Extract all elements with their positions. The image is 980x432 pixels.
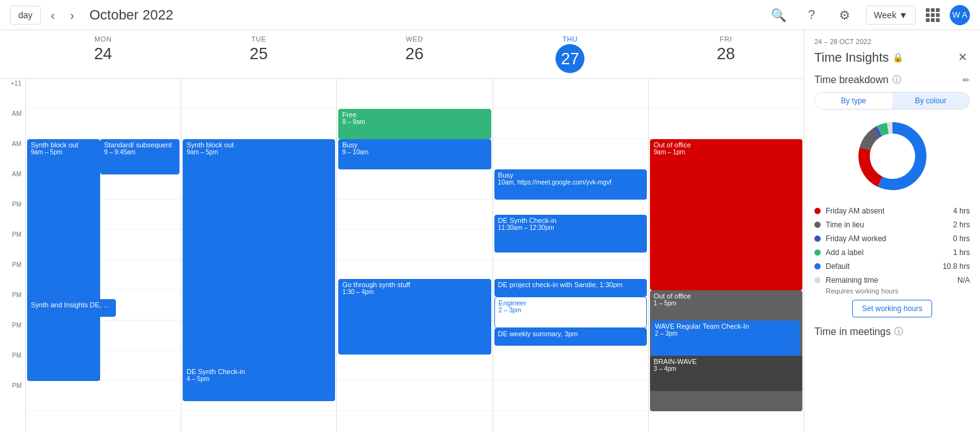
event-thu-synth-checkin[interactable]: DE Synth Check-in 11:30am – 12:30pm xyxy=(494,215,647,253)
time-column: +11 AM AM AM PM PM PM PM PM PM PM xyxy=(0,79,25,432)
event-thu-engineer[interactable]: Engineer 2 – 3pm xyxy=(494,297,647,328)
settings-button[interactable]: ⚙ xyxy=(833,4,856,26)
help-button[interactable]: ? xyxy=(801,4,823,26)
event-fri-brainwave[interactable]: BRAIN-WAVE 3 – 4pm xyxy=(650,356,802,391)
event-tue-synth[interactable]: Synth block out 9am – 5pm xyxy=(183,139,335,381)
event-tue-synth-checkin[interactable]: DE Synth Check-in 4 – 5pm xyxy=(183,366,335,401)
day-header-mon: MON 24 xyxy=(25,35,181,78)
event-thu-de-weekly[interactable]: DE weekly summary, 3pm xyxy=(494,328,647,346)
meetings-help-icon[interactable]: ⓘ xyxy=(894,326,903,338)
event-fri-ooo-am[interactable]: Out of office 9am – 1pm xyxy=(650,139,802,290)
section-breakdown-title: Time breakdown ⓘ ✏ xyxy=(814,74,970,86)
day-header-fri: FRI 28 xyxy=(648,35,804,78)
event-wed-busy[interactable]: Busy 9 – 10am xyxy=(338,139,491,169)
prev-button[interactable]: ‹ xyxy=(46,6,60,24)
legend-item-add-label: Add a label 1 hrs xyxy=(814,246,970,259)
donut-chart-container xyxy=(814,118,970,194)
calendar-grid: +11 AM AM AM PM PM PM PM PM PM PM xyxy=(0,79,804,432)
day-col-wed: Free 8 – 9am Busy 9 – 10am Go through sy… xyxy=(336,79,492,432)
day-col-thu: Busy 10am, https://meet.google.com/yvk-m… xyxy=(493,79,648,432)
legend-item-remaining: Remaining time N/A xyxy=(814,273,970,287)
day-col-fri: Out of office 9am – 1pm Out of office 1 … xyxy=(648,79,804,432)
event-thu-busy[interactable]: Busy 10am, https://meet.google.com/yvk-m… xyxy=(494,169,647,200)
close-button[interactable]: ✕ xyxy=(955,48,970,67)
top-bar: day ‹ › October 2022 🔍 ? ⚙ Week ▼ W A xyxy=(0,0,980,30)
legend-dot-remaining xyxy=(814,277,821,283)
panel-title-row: Time Insights 🔒 ✕ xyxy=(814,48,970,67)
time-in-meetings-title: Time in meetings ⓘ xyxy=(814,326,970,338)
main-area: MON 24 TUE 25 WED 26 THU 27 FRI 28 xyxy=(0,30,980,432)
legend-item-friday-am-absent: Friday AM absent 4 hrs xyxy=(814,204,970,218)
day-col-tue: Synth block out 9am – 5pm DE Synth Check… xyxy=(181,79,336,432)
today-button[interactable]: day xyxy=(10,6,41,25)
week-view-button[interactable]: Week ▼ xyxy=(866,6,916,25)
legend-dot-friday-am-worked xyxy=(814,236,821,242)
legend-item-friday-am-worked: Friday AM worked 0 hrs xyxy=(814,232,970,246)
day-header-tue: TUE 25 xyxy=(181,35,336,78)
next-button[interactable]: › xyxy=(65,6,79,24)
event-thu-de-project[interactable]: DE project check-in with Sandie, 1:30pm xyxy=(494,279,647,297)
chevron-down-icon: ▼ xyxy=(899,10,908,20)
month-title: October 2022 xyxy=(89,7,173,23)
day-headers: MON 24 TUE 25 WED 26 THU 27 FRI 28 xyxy=(0,30,804,79)
event-mon-synth-insights[interactable]: Synth and Insights DE, 1pm xyxy=(27,299,116,317)
legend-dot-default xyxy=(814,263,821,270)
search-button[interactable]: 🔍 xyxy=(768,4,790,26)
legend-item-time-in-lieu: Time in lieu 2 hrs xyxy=(814,218,970,232)
event-mon-synth-block[interactable]: Synth block out 9am – 5pm xyxy=(27,139,100,381)
apps-icon[interactable] xyxy=(926,8,940,22)
panel-date-range: 24 – 28 OCT 2022 xyxy=(814,38,970,45)
event-mon-standard[interactable]: Standard/ subsequent 9 – 9:45am xyxy=(100,139,179,174)
avatar[interactable]: W A xyxy=(950,5,970,25)
top-bar-left: day ‹ › October 2022 xyxy=(10,6,768,25)
lock-icon: 🔒 xyxy=(892,52,903,62)
donut-chart xyxy=(855,118,930,194)
day-col-mon: Synth block out 9am – 5pm Standard/ subs… xyxy=(25,79,181,432)
set-working-hours-button[interactable]: Set working hours xyxy=(852,300,932,317)
toggle-group: By type By colour xyxy=(814,92,970,110)
remaining-desc: Requires working hours xyxy=(826,287,970,295)
event-fri-wave-check[interactable]: WAVE Regular Team Check-In 2 – 3pm xyxy=(651,321,800,356)
event-wed-free[interactable]: Free 8 – 9am xyxy=(338,109,491,139)
event-wed-synth-stuff[interactable]: Go through synth stuff 1:30 – 4pm xyxy=(338,279,491,355)
top-bar-right: 🔍 ? ⚙ Week ▼ W A xyxy=(768,4,970,26)
day-header-wed: WED 26 xyxy=(336,35,492,78)
legend-item-default: Default 10.8 hrs xyxy=(814,259,970,273)
day-header-thu: THU 27 xyxy=(493,35,648,78)
breakdown-help-icon[interactable]: ⓘ xyxy=(892,74,901,86)
calendar-area: MON 24 TUE 25 WED 26 THU 27 FRI 28 xyxy=(0,30,804,432)
side-panel: 24 – 28 OCT 2022 Time Insights 🔒 ✕ Time … xyxy=(804,30,980,432)
header-spacer xyxy=(0,35,25,78)
toggle-by-colour[interactable]: By colour xyxy=(892,93,970,109)
legend-dot-add-label xyxy=(814,249,821,256)
week-label: Week xyxy=(874,10,897,20)
edit-icon[interactable]: ✏ xyxy=(962,75,970,85)
legend-list: Friday AM absent 4 hrs Time in lieu 2 hr… xyxy=(814,204,970,295)
legend-dot-friday-am-absent xyxy=(814,208,821,214)
toggle-by-type[interactable]: By type xyxy=(815,93,892,109)
legend-dot-time-in-lieu xyxy=(814,222,821,228)
panel-title: Time Insights 🔒 xyxy=(814,50,903,65)
